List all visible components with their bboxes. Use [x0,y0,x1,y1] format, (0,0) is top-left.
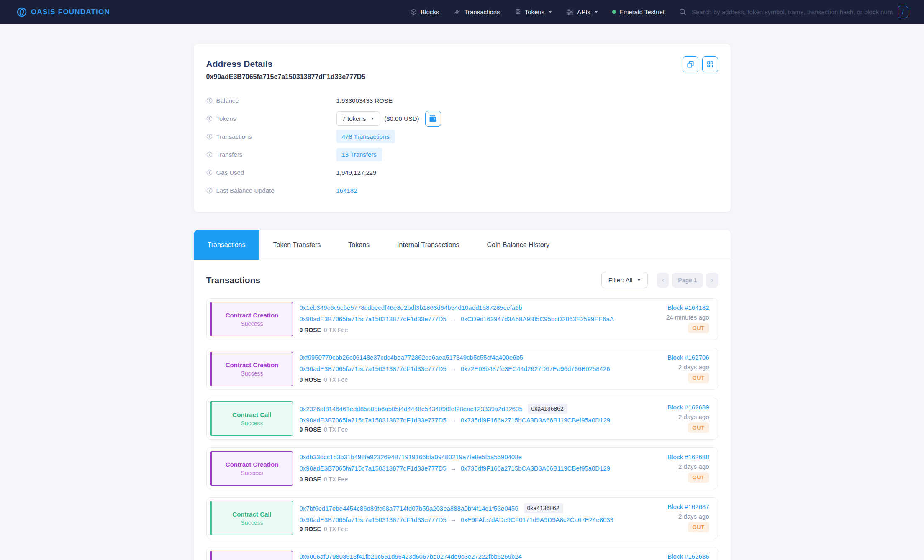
transaction-row: Contract Creation Success 0xdb33dcc1d3b3… [206,447,718,489]
transaction-type-badge: Contract Creation Success [210,302,293,336]
nav-blocks[interactable]: Blocks [410,8,439,15]
transaction-age: 2 days ago [678,513,709,520]
direction-badge: OUT [688,323,709,333]
transaction-type-badge: Contract Call Success [210,401,293,436]
tab-coin-balance-history[interactable]: Coin Balance History [473,230,563,260]
info-icon [206,97,213,104]
nav-tokens[interactable]: Tokens [514,8,552,15]
nav-transactions[interactable]: Transactions [453,8,500,16]
transaction-age: 2 days ago [678,363,709,371]
from-address-link[interactable]: 0x90adE3B7065fa715c7a150313877dF1d33e777… [300,365,447,372]
qr-code-icon [706,61,714,68]
transaction-status-label: Success [241,320,263,327]
block-link[interactable]: Block #162687 [667,503,709,510]
from-address-link[interactable]: 0x90adE3B7065fa715c7a150313877dF1d33e777… [300,417,447,424]
next-page-button[interactable]: › [706,273,718,288]
transfers-count-link[interactable]: 13 Transfers [336,148,382,161]
tab-transactions[interactable]: Transactions [194,230,259,260]
balance-label: Balance [216,97,239,104]
tokens-label: Tokens [216,115,236,122]
transaction-type-label: Contract Creation [226,361,279,368]
wallet-button[interactable] [425,111,441,127]
transaction-type-label: Contract Call [232,411,271,418]
to-address-link[interactable]: 0xCD9d163947d3A58A9Bf5C95bcD2063E2599EE6… [461,315,614,322]
info-icon [206,187,213,194]
transaction-value: 0 ROSE [300,476,321,483]
transaction-hash-link[interactable]: 0x7bf6ed17ebe4454c86d89fc68a7714fd07b59a… [300,505,518,512]
to-address-link[interactable]: 0x735df9F166a2715bCA3D3A66B119CBef95a0D1… [461,465,611,472]
wallet-icon [429,115,437,122]
gas-used-value: 1,949,127,229 [336,169,377,176]
info-icon [206,169,213,176]
page-title: Address Details [206,59,718,69]
tokens-row: Tokens 7 tokens ($0.00 USD) [206,110,718,128]
from-address-link[interactable]: 0x90adE3B7065fa715c7a150313877dF1d33e777… [300,516,447,523]
direction-badge: OUT [688,472,709,483]
search-input[interactable] [692,8,893,15]
transaction-value: 0 ROSE [300,426,321,433]
copy-address-button[interactable] [683,56,698,72]
transactions-row: Transactions 478 Transactions [206,128,718,146]
block-link[interactable]: Block #162689 [667,404,709,411]
pagination: ‹ Page 1 › [657,273,718,288]
transaction-type-badge: Contract Creation Success [210,551,293,560]
page-indicator: Page 1 [672,273,703,288]
transactions-panel: Transactions Token Transfers Tokens Inte… [194,230,731,560]
network-status-dot-icon [612,10,616,14]
block-link[interactable]: Block #164182 [667,304,709,311]
tab-internal-transactions[interactable]: Internal Transactions [383,230,473,260]
from-address-link[interactable]: 0x90adE3B7065fa715c7a150313877dF1d33e777… [300,315,447,322]
to-address-link[interactable]: 0x735df9F166a2715bCA3D3A66B119CBef95a0D1… [461,417,611,424]
direction-badge: OUT [688,522,709,532]
gas-used-label: Gas Used [216,169,244,176]
tab-tokens[interactable]: Tokens [334,230,383,260]
tokens-usd-value: ($0.00 USD) [384,115,419,122]
nav-apis[interactable]: APIs [566,8,598,15]
transaction-row: Contract Creation Success 0x1eb349c6c5cb… [206,298,718,340]
cube-icon [410,8,417,15]
nav-items: Blocks Transactions Tokens APIs Emerald … [410,6,908,18]
transfer-arrows-icon [453,8,461,16]
transaction-value: 0 ROSE [300,376,321,383]
block-link[interactable]: Block #162686 [667,553,709,560]
filter-dropdown[interactable]: Filter: All [601,272,648,288]
tab-token-transfers[interactable]: Token Transfers [259,230,335,260]
from-address-link[interactable]: 0x90adE3B7065fa715c7a150313877dF1d33e777… [300,465,447,472]
arrow-right-icon: → [450,416,457,424]
oasis-logo-icon [17,7,27,17]
transaction-fee: 0 TX Fee [324,376,348,383]
transaction-status-label: Success [241,370,263,377]
search-shortcut-key: / [898,6,908,18]
transaction-hash-link[interactable]: 0x6006af079803513f41fb21c551d96423d6067b… [300,553,522,560]
transaction-hash-link[interactable]: 0xf9950779cbb26c06148e37cdc4bea772862cd6… [300,354,524,361]
transaction-hash-link[interactable]: 0xdb33dcc1d3b31b498fa9232694871919166bfa… [300,453,522,460]
qr-code-button[interactable] [702,56,718,72]
info-icon [206,151,213,158]
transaction-hash-link[interactable]: 0x1eb349c6c5cbe5778cdbecdf46e8e2bdf3b186… [300,304,522,311]
brand-text: OASIS FOUNDATION [31,8,110,16]
transaction-value: 0 ROSE [300,526,321,532]
tokens-dropdown[interactable]: 7 tokens [336,111,380,126]
transaction-type-label: Contract Creation [226,312,279,319]
block-link[interactable]: Block #162688 [667,453,709,460]
arrow-right-icon: → [450,516,457,523]
address-details-card: Address Details 0x90adE3B7065fa715c7a150… [194,44,731,212]
search-icon [679,8,687,16]
to-address-link[interactable]: 0xE9FAfe7dADe9CF0171d9A9D9A8c2Ca67E24e80… [461,516,613,523]
method-id-tag: 0xa4136862 [524,503,563,513]
transaction-fee: 0 TX Fee [324,327,348,333]
network-selector[interactable]: Emerald Testnet [612,8,665,15]
brand[interactable]: OASIS FOUNDATION [17,7,110,17]
to-address-link[interactable]: 0x72E03b487fe3EC44d2627D67Ea96d766B02584… [461,365,610,372]
transaction-hash-link[interactable]: 0x2326af8146461edd85a0bb6a505f4d4448e543… [300,405,523,412]
block-link[interactable]: Block #162706 [667,354,709,361]
prev-page-button[interactable]: ‹ [657,273,669,288]
tab-bar: Transactions Token Transfers Tokens Inte… [194,230,731,260]
copy-icon [687,61,694,68]
transfers-label: Transfers [216,151,243,158]
last-balance-update-link[interactable]: 164182 [336,187,357,194]
nav-apis-label: APIs [577,8,590,15]
direction-badge: OUT [688,373,709,383]
transactions-count-link[interactable]: 478 Transactions [336,130,395,143]
network-label: Emerald Testnet [619,8,665,15]
